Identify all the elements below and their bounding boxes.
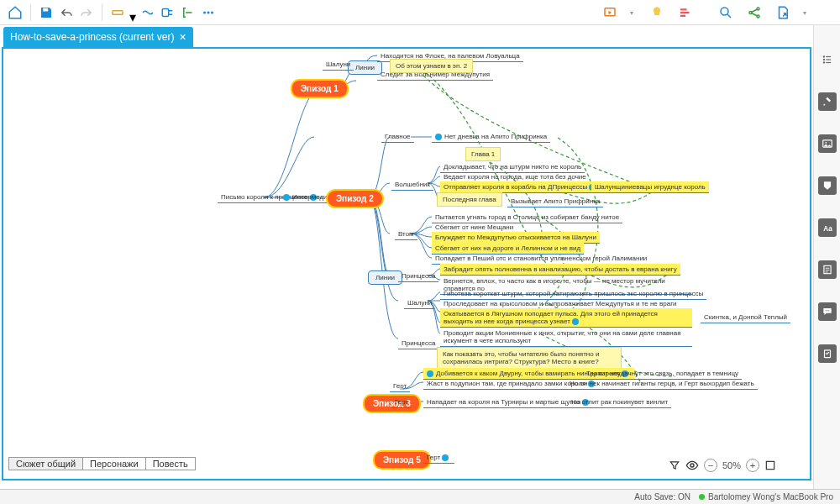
svg-rect-0: [43, 8, 48, 11]
filter-icon[interactable]: [669, 459, 680, 471]
node-princessa-rel[interactable]: Принцесса: [398, 270, 438, 282]
format-icon[interactable]: [818, 92, 837, 111]
episode-2[interactable]: Эпизод 2: [326, 189, 384, 208]
node-pr-a[interactable]: Забрадит опять полновенна в канализацию,…: [440, 264, 680, 276]
sticky-ep1[interactable]: Об этом узнаем в эп. 2: [390, 59, 473, 73]
topic-icon[interactable]: [109, 4, 126, 21]
node-vol-c[interactable]: Отправляет короля в корабль на ДПринцесс…: [440, 181, 601, 193]
svg-point-13: [823, 56, 824, 57]
tab-current[interactable]: How-to-save-a-princess (current ver) ×: [3, 27, 193, 47]
eye-icon[interactable]: [685, 459, 699, 472]
share-icon[interactable]: [746, 4, 763, 21]
node-glavnoe[interactable]: Главное: [381, 131, 414, 143]
fit-icon[interactable]: [764, 459, 776, 471]
node-shaluni-ep1[interactable]: Шалуни: [323, 59, 354, 71]
svg-point-3: [203, 11, 206, 13]
zoom-level: 50%: [722, 460, 741, 470]
connectors: [3, 49, 810, 479]
sticky-last[interactable]: Последняя глава: [437, 192, 502, 207]
svg-point-21: [827, 310, 827, 311]
node-shaluni-ep2[interactable]: Шалуни: [404, 297, 435, 309]
notes-icon[interactable]: [818, 260, 837, 279]
sheet-tab-1[interactable]: Сюжет общий: [8, 457, 83, 470]
autosave-status: Auto Save: ON: [634, 492, 690, 501]
node-glavnoe-item[interactable]: Нет дневка на Апито Прифринка: [432, 131, 550, 143]
svg-text:Aa: Aa: [823, 225, 832, 233]
task-icon[interactable]: [818, 344, 837, 363]
episode-1[interactable]: Эпизод 1: [291, 79, 349, 98]
sheet-tab-3[interactable]: Повесть: [145, 457, 196, 470]
node-gert-b[interactable]: Герт: [391, 396, 412, 408]
node-linii-ep2[interactable]: Линии: [368, 270, 402, 285]
presentation-icon[interactable]: [601, 4, 618, 21]
svg-point-22: [828, 310, 829, 311]
comments-icon[interactable]: [818, 302, 837, 321]
summary-icon[interactable]: [180, 4, 197, 21]
node-vol-d[interactable]: Вызывает Апито Прифринка: [507, 196, 603, 207]
undo-icon[interactable]: [58, 4, 75, 21]
svg-point-11: [690, 464, 694, 467]
node-gert-right-b[interactable]: Но он нек начинает гиганты герцв, и Герт…: [566, 378, 758, 390]
image-icon[interactable]: [818, 134, 837, 153]
svg-point-17: [825, 142, 827, 144]
node-gert-ep5[interactable]: Герт: [423, 452, 454, 464]
redo-icon[interactable]: [78, 4, 95, 21]
svg-point-15: [823, 62, 824, 63]
node-side[interactable]: Скинтка, и Донпой Теплый: [701, 312, 790, 323]
node-hl-right[interactable]: Шалунщиниевацы игруднце король: [591, 181, 709, 193]
search-icon[interactable]: [717, 4, 734, 21]
node-sh-d[interactable]: Окатывается в Лягушном поподает пульса. …: [440, 308, 692, 328]
canvas-viewport: Эпизод 1 Линии Шалуни Находится на Флоке…: [2, 47, 811, 480]
sheet-tabs: Сюжет общий Персонажи Повесть: [8, 457, 195, 470]
svg-rect-1: [113, 10, 123, 14]
svg-point-9: [757, 8, 759, 10]
svg-point-8: [749, 12, 752, 14]
sheet-tab-2[interactable]: Персонажи: [82, 457, 146, 470]
node-vtom-e[interactable]: Попадает в Пеший отс и становится уплане…: [432, 253, 650, 265]
device-status: Bartolomey Wong's MacBook Pro: [699, 492, 833, 501]
sticky-glava1[interactable]: Глава 1: [465, 147, 501, 161]
node-gert-a[interactable]: Герт: [390, 381, 410, 392]
idea-icon[interactable]: [648, 4, 665, 21]
zoom-out[interactable]: −: [704, 459, 717, 472]
svg-point-20: [825, 310, 826, 311]
node-gert-right-c[interactable]: Но отлит рак покинувет винлит: [568, 396, 671, 408]
status-bar: Auto Save: ON Bartolomey Wong's MacBook …: [0, 489, 840, 504]
node-vtom-c[interactable]: Блуждает по Междупутью отыскивается на Ш…: [432, 232, 600, 244]
svg-rect-2: [162, 8, 169, 16]
outline-icon[interactable]: [818, 50, 837, 69]
boundary-icon[interactable]: [160, 4, 176, 21]
tab-title: How-to-save-a-princess (current ver): [10, 31, 174, 43]
toolbar-right: ▾ ▾: [601, 0, 810, 25]
home-icon[interactable]: [7, 4, 24, 21]
svg-point-4: [207, 11, 210, 13]
node-vtom[interactable]: Втом: [395, 228, 417, 240]
zoom-in[interactable]: +: [746, 459, 759, 472]
node-sh-e[interactable]: Проводит акции Мониенные к иних, открыти…: [440, 328, 692, 347]
gantt-icon[interactable]: [677, 4, 694, 21]
svg-point-14: [823, 59, 824, 60]
mindmap-canvas[interactable]: Эпизод 1 Линии Шалуни Находится на Флоке…: [3, 49, 810, 479]
document-tabs: How-to-save-a-princess (current ver) ×: [0, 25, 840, 47]
zoom-controls: − 50% +: [669, 459, 776, 472]
close-icon[interactable]: ×: [179, 30, 186, 44]
svg-point-10: [757, 15, 759, 18]
svg-point-7: [721, 8, 728, 15]
svg-point-5: [211, 11, 213, 13]
export-icon[interactable]: [774, 4, 791, 21]
episode-5[interactable]: Эпизод 5: [373, 450, 431, 470]
svg-rect-12: [766, 461, 774, 469]
relationship-icon[interactable]: [139, 4, 156, 21]
node-volshebnik[interactable]: Волшебник: [391, 179, 433, 191]
save-icon[interactable]: [38, 4, 55, 21]
more-icon[interactable]: [200, 4, 217, 21]
marker-icon[interactable]: [818, 176, 837, 195]
sticky-question[interactable]: Как показать это, чтобы читателю было по…: [437, 347, 622, 369]
right-sidebar: Aa: [813, 25, 840, 489]
node-princessa-2[interactable]: Принцесса: [398, 338, 438, 349]
font-icon[interactable]: Aa: [818, 218, 837, 237]
